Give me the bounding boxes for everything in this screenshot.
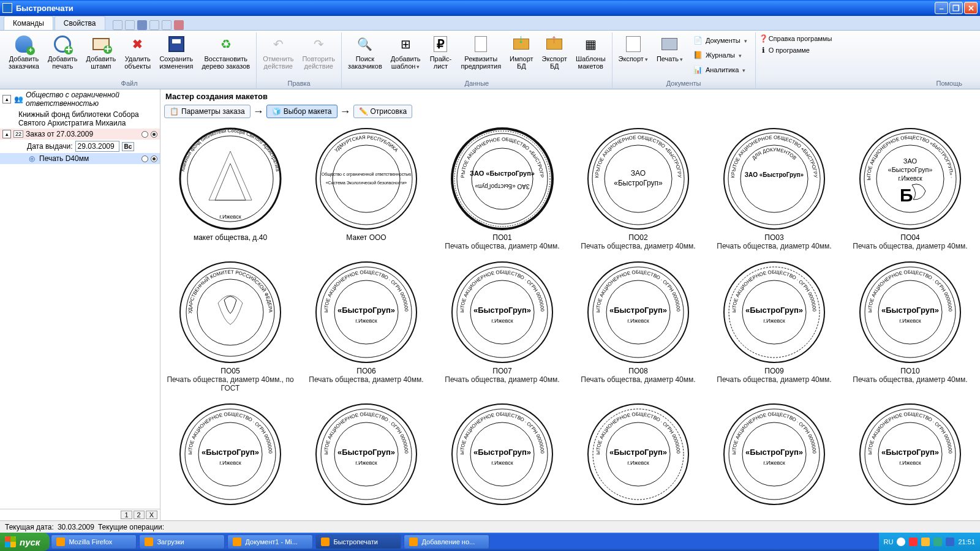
add-stamp-button[interactable]: Добавитьштамп xyxy=(83,32,119,72)
tree-tab-2[interactable]: 2 xyxy=(134,511,145,519)
search-customers-button[interactable]: 🔍Поискзаказчиков xyxy=(345,32,385,72)
svg-text:Общество с ограниченной ответс: Общество с ограниченной ответственностью xyxy=(322,172,412,177)
stamp-code: ПО02 xyxy=(628,233,647,242)
svg-text:«БыстроГруп»: «БыстроГруп» xyxy=(888,166,933,173)
stamp-code: ПО06 xyxy=(356,367,375,375)
tray-app-icon[interactable] xyxy=(933,538,942,546)
tray-network-icon[interactable] xyxy=(897,538,905,546)
issue-date-input[interactable] xyxy=(75,141,119,152)
stamp-thumbnail[interactable]: ЗАКРЫТОЕ АКЦИОНЕРНОЕ ОБЩЕСТВО «БЫСТРОГРУ… xyxy=(708,124,840,253)
export-db-button[interactable]: ЭкспортБД xyxy=(539,32,570,72)
qat-redo-icon[interactable] xyxy=(125,20,135,30)
close-button[interactable]: ✕ xyxy=(964,2,978,14)
radio-unselected[interactable] xyxy=(141,156,148,162)
wizard-step-draw[interactable]: ✏️Отрисовка xyxy=(353,105,413,118)
stamp-thumbnail[interactable]: ЗАКРЫТОЕ АКЦИОНЕРНОЕ ОБЩЕСТВО · ОГРН 000… xyxy=(164,400,296,509)
svg-text:ЗАО «БыстроГруп»: ЗАО «БыстроГруп» xyxy=(475,183,530,190)
stamp-thumbnail[interactable]: ЗАКРЫТОЕ АКЦИОНЕРНОЕ ОБЩЕСТВО · ОГРН 000… xyxy=(300,258,432,395)
tree-tab-1[interactable]: 1 xyxy=(121,511,132,519)
radio-selected[interactable] xyxy=(151,131,157,138)
collapse-toggle[interactable]: ▴ xyxy=(2,130,11,138)
qat-layout-icon[interactable] xyxy=(162,20,172,30)
stamp-preview: УДМУРТСКАЯ РЕСПУБЛИКАОбщество с ограниче… xyxy=(314,127,418,231)
svg-point-12 xyxy=(472,148,533,209)
stamp-thumbnail[interactable]: ЗАКРЫТОЕ АКЦИОНЕРНОЕ ОБЩЕСТВО «БЫСТРОГРУ… xyxy=(436,124,568,253)
svg-point-38 xyxy=(180,262,281,362)
wizard-step-params[interactable]: 📋Параметры заказа xyxy=(164,105,251,118)
documents-dropdown[interactable]: 📄Документы xyxy=(691,34,750,47)
tree-org-row[interactable]: ▴ 👥 Общество с ограниченнойответственнос… xyxy=(0,89,160,109)
qat-save-icon[interactable] xyxy=(137,20,147,30)
stamp-thumbnail[interactable]: ЗАКРЫТОЕ АКЦИОНЕРНОЕ ОБЩЕСТВО · ОГРН 000… xyxy=(436,258,568,395)
tab-commands[interactable]: Команды xyxy=(4,16,53,30)
stamp-thumbnail[interactable]: ГОСУДАРСТВЕННЫЙ КОМИТЕТ РОССИЙСКОЙ ФЕДЕР… xyxy=(164,258,296,395)
stamp-thumbnail[interactable]: ЗАКРЫТОЕ АКЦИОНЕРНОЕ ОБЩЕСТВО · ОГРН 000… xyxy=(572,400,704,509)
collapse-toggle[interactable]: ▴ xyxy=(2,95,11,103)
add-customer-button[interactable]: Добавитьзаказчика xyxy=(6,32,42,72)
qat-refresh-icon[interactable] xyxy=(149,20,159,30)
price-list-button[interactable]: ₽Прайс-лист xyxy=(426,32,455,72)
bc-button[interactable]: Bc xyxy=(122,142,135,151)
stamp-description: Печать общества, диаметр 40мм. xyxy=(445,375,559,384)
tab-properties[interactable]: Свойства xyxy=(55,16,105,30)
wizard-step-layout[interactable]: 🧊Выбор макета xyxy=(266,105,337,118)
add-template-button[interactable]: ⊞Добавитьшаблон xyxy=(388,32,424,72)
qat-undo-icon[interactable] xyxy=(113,20,123,30)
tray-shield-icon[interactable] xyxy=(909,538,918,546)
clock[interactable]: 21:51 xyxy=(958,538,975,545)
doc-icon xyxy=(475,36,487,52)
taskbar-app-button[interactable]: Документ1 - Mi... xyxy=(227,534,313,549)
stamp-thumbnail[interactable]: ЗАКРЫТОЕ АКЦИОНЕРНОЕ ОБЩЕСТВО · ОГРН 000… xyxy=(708,400,840,509)
radio-unselected[interactable] xyxy=(141,131,148,138)
minimize-button[interactable]: – xyxy=(935,2,948,14)
quick-access-toolbar xyxy=(113,20,184,30)
system-tray: RU 21:51 xyxy=(879,533,980,551)
stamp-thumbnail[interactable]: ЗАКРЫТОЕ АКЦИОНЕРНОЕ ОБЩЕСТВО · ОГРН 000… xyxy=(572,258,704,395)
import-db-button[interactable]: ИмпортБД xyxy=(507,32,536,72)
stamp-thumbnail[interactable]: ЗАКРЫТОЕ АКЦИОНЕРНОЕ ОБЩЕСТВО «БЫСТРОГРУ… xyxy=(572,124,704,253)
taskbar-app-button[interactable]: Mozilla Firefox xyxy=(51,534,137,549)
help-button[interactable]: ❓Справка программы xyxy=(759,34,832,43)
export-button[interactable]: Экспорт xyxy=(616,32,651,65)
journals-dropdown[interactable]: 📙Журналы xyxy=(691,48,750,62)
tree-refresh-icon: ♻ xyxy=(216,34,236,54)
qat-delete-icon[interactable] xyxy=(174,20,184,30)
stamp-thumbnail[interactable]: Книжный фонд библиотеки Собора Святого А… xyxy=(164,124,296,253)
group-label-file: Файл xyxy=(6,80,253,88)
about-button[interactable]: ℹО программе xyxy=(759,45,810,55)
tray-misc-icon[interactable] xyxy=(946,538,954,546)
restore-tree-button[interactable]: ♻Восстановитьдерево заказов xyxy=(198,32,253,72)
drawer-out-icon xyxy=(546,39,562,50)
analytics-dropdown[interactable]: 📊Аналитика xyxy=(691,63,750,77)
stamp-thumbnail[interactable]: УДМУРТСКАЯ РЕСПУБЛИКАОбщество с ограниче… xyxy=(300,124,432,253)
stamp-thumbnail[interactable]: ЗАКРЫТОЕ АКЦИОНЕРНОЕ ОБЩЕСТВО · ОГРН 000… xyxy=(708,258,840,395)
svg-text:г.Ижевск: г.Ижевск xyxy=(491,318,513,324)
stamp-thumbnail[interactable]: ЗАКРЫТОЕ АКЦИОНЕРНОЕ ОБЩЕСТВО · ОГРН 000… xyxy=(300,400,432,509)
layout-templates-button[interactable]: ▦Шаблонымакетов xyxy=(573,32,609,72)
svg-text:г.Ижевск: г.Ижевск xyxy=(763,460,785,466)
stamp-gallery[interactable]: Книжный фонд библиотеки Собора Святого А… xyxy=(160,119,980,520)
start-button[interactable]: пуск xyxy=(0,533,50,551)
add-seal-button[interactable]: Добавитьпечать xyxy=(45,32,81,72)
maximize-button[interactable]: ❐ xyxy=(949,2,963,14)
svg-text:г.Ижевск: г.Ижевск xyxy=(627,318,649,324)
taskbar-app-button[interactable]: Загрузки xyxy=(139,534,225,549)
delete-objects-button[interactable]: ✖Удалитьобъекты xyxy=(121,32,154,72)
radio-selected[interactable] xyxy=(151,156,157,162)
company-details-button[interactable]: Реквизитыпредприятия xyxy=(458,32,504,72)
taskbar-app-button[interactable]: Добавление но... xyxy=(404,534,489,549)
stamp-thumbnail[interactable]: ЗАКРЫТОЕ АКЦИОНЕРНОЕ ОБЩЕСТВО · ОГРН 000… xyxy=(436,400,568,509)
ribbon-group-documents: Экспорт Печать 📄Документы 📙Журналы 📊Анал… xyxy=(612,32,756,88)
tree-print-row[interactable]: ◎ Печать D40мм xyxy=(0,153,160,164)
language-indicator[interactable]: RU xyxy=(884,538,894,545)
tree-tab-x[interactable]: X xyxy=(146,511,157,519)
stamp-thumbnail[interactable]: ЗАКРЫТОЕ АКЦИОНЕРНОЕ ОБЩЕСТВО · ОГРН 000… xyxy=(844,258,976,395)
print-button[interactable]: Печать xyxy=(654,32,686,65)
svg-text:Книжный фонд библиотеки Собора: Книжный фонд библиотеки Собора Святого А… xyxy=(180,128,281,172)
stamp-thumbnail[interactable]: ЗАКРЫТОЕ АКЦИОНЕРНОЕ ОБЩЕСТВО «БЫСТРОГРУ… xyxy=(844,124,976,253)
tree-order-row[interactable]: ▴ 22 Заказ от 27.03.2009 xyxy=(0,129,160,140)
taskbar-app-button[interactable]: Быстропечати xyxy=(315,534,401,549)
save-changes-button[interactable]: Сохранитьизменения xyxy=(156,32,196,72)
stamp-thumbnail[interactable]: ЗАКРЫТОЕ АКЦИОНЕРНОЕ ОБЩЕСТВО · ОГРН 000… xyxy=(844,400,976,509)
tray-sound-icon[interactable] xyxy=(921,538,930,546)
